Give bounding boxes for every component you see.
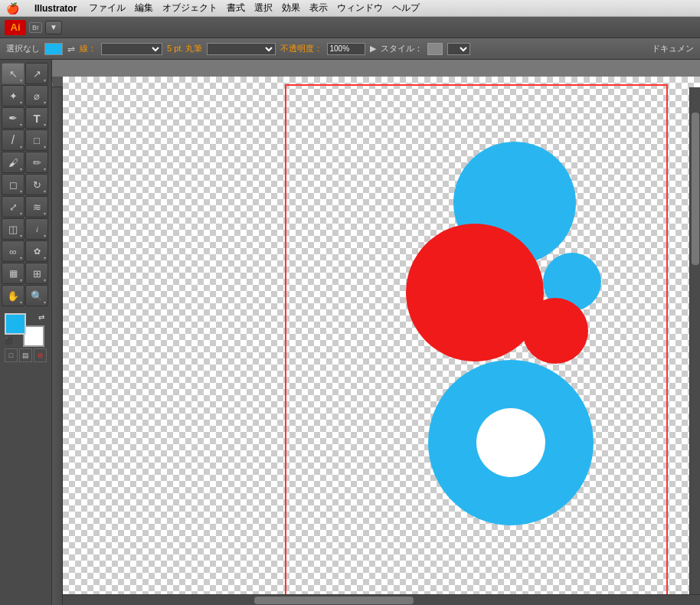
menu-file[interactable]: ファイル [89, 2, 126, 15]
none-mode-btn[interactable]: ⊘ [34, 348, 47, 362]
hand-icon: ✋ [7, 290, 19, 302]
artboard-tool[interactable]: ⊞ ▾ [25, 263, 48, 284]
menu-select[interactable]: 選択 [254, 2, 273, 15]
ai-logo: Ai [5, 20, 26, 35]
app-toolbar: Ai Br ▼ [0, 17, 700, 38]
big-red-circle [406, 224, 544, 361]
warp-icon: ≋ [33, 201, 41, 213]
rect-icon: □ [34, 135, 40, 146]
select-tool[interactable]: ↖ ▾ [2, 63, 25, 84]
opacity-label: 不透明度： [280, 43, 322, 54]
eyedropper-icon: 𝑖 [36, 224, 38, 234]
menubar: 🍎 Illustrator ファイル 編集 オブジェクト 書式 選択 効果 表示… [0, 0, 700, 17]
horizontal-scroll-thumb[interactable] [254, 597, 414, 604]
eraser-tool[interactable]: ◻ ▾ [2, 174, 25, 195]
gradient-icon: ◫ [8, 224, 18, 235]
menu-help[interactable]: ヘルプ [392, 2, 420, 15]
big-donut-inner-hole [476, 408, 545, 477]
main-area: ↖ ▾ ↗ ▾ ✦ ▾ ⌀ ▾ ✒ ▾ T [0, 60, 700, 605]
stroke-dropdown[interactable] [101, 43, 162, 55]
line-tool[interactable]: / ▾ [2, 129, 25, 151]
zoom-icon: 🔍 [31, 290, 43, 302]
br-badge[interactable]: Br [29, 22, 42, 33]
toolbox: ↖ ▾ ↗ ▾ ✦ ▾ ⌀ ▾ ✒ ▾ T [0, 60, 52, 605]
stroke-label: 線： [80, 43, 96, 54]
opacity-arrow-icon[interactable]: ▶ [370, 44, 376, 54]
magic-wand-tool[interactable]: ✦ ▾ [2, 85, 25, 106]
app-name: Illustrator [34, 3, 77, 14]
warp-tool[interactable]: ≋ ▾ [25, 196, 48, 217]
rotate-tool[interactable]: ↻ ▾ [25, 174, 48, 195]
fill-color-swatch[interactable] [44, 43, 63, 55]
eraser-icon: ◻ [9, 179, 18, 191]
vertical-ruler [52, 87, 63, 605]
small-red-right-circle [522, 298, 588, 364]
gradient-tool[interactable]: ◫ ▾ [2, 218, 25, 240]
gradient-mode-btn[interactable]: ▤ [19, 348, 32, 362]
select-tool-icon: ↖ [9, 68, 18, 80]
scale-tool[interactable]: ⤢ ▾ [2, 196, 25, 217]
select-label: 選択なし [6, 43, 40, 54]
doc-label: ドキュメン [652, 43, 694, 54]
pen-icon: ✒ [8, 112, 18, 124]
type-tool[interactable]: T ▾ [25, 107, 48, 129]
blend-tool[interactable]: ∞ ▾ [2, 240, 25, 262]
apple-menu[interactable]: 🍎 [6, 2, 19, 15]
magic-wand-icon: ✦ [9, 90, 18, 102]
style-dropdown[interactable] [447, 43, 470, 55]
style-label: スタイル： [381, 43, 423, 54]
pen-tool[interactable]: ✒ ▾ [2, 107, 25, 129]
pencil-icon: ✏ [33, 157, 41, 168]
menu-window[interactable]: ウィンドウ [337, 2, 383, 15]
color-area: ⇄ ⬛ □ ▤ ⊘ [2, 310, 50, 365]
symbol-tool[interactable]: ✿ ▾ [25, 240, 48, 262]
graph-tool[interactable]: ▦ ▾ [2, 263, 25, 284]
pencil-tool[interactable]: ✏ ▾ [25, 152, 48, 173]
reset-colors-icon[interactable]: ⬛ [5, 337, 14, 345]
options-bar: 選択なし ⇌ 線： 5 pt. 丸筆 不透明度： ▶ スタイル： ドキュメン [0, 38, 700, 60]
lasso-tool[interactable]: ⌀ ▾ [25, 85, 48, 106]
scale-icon: ⤢ [9, 201, 18, 213]
pen-dropdown[interactable] [207, 43, 276, 55]
vertical-scrollbar[interactable] [689, 87, 700, 594]
menu-view[interactable]: 表示 [309, 2, 328, 15]
opacity-input[interactable] [327, 43, 365, 55]
paintbrush-icon: 🖌 [8, 157, 18, 168]
eyedropper-tool[interactable]: 𝑖 ▾ [25, 218, 48, 240]
graph-icon: ▦ [9, 268, 18, 279]
direct-select-tool[interactable]: ↗ ▾ [25, 63, 48, 84]
artwork-svg [285, 84, 668, 605]
rect-tool[interactable]: □ ▾ [25, 129, 48, 151]
swap-colors-icon[interactable]: ⇄ [38, 313, 44, 322]
type-icon: T [33, 112, 40, 125]
menu-format[interactable]: 書式 [227, 2, 245, 15]
vertical-scroll-thumb[interactable] [692, 113, 699, 265]
symbol-icon: ✿ [34, 247, 41, 257]
horizontal-scrollbar[interactable] [63, 594, 700, 605]
color-mode-btn[interactable]: □ [5, 348, 18, 362]
background-color-swatch[interactable] [23, 325, 44, 347]
zoom-tool[interactable]: 🔍 ▾ [25, 285, 48, 306]
foreground-color-swatch[interactable] [5, 313, 26, 335]
menu-effect[interactable]: 効果 [282, 2, 300, 15]
canvas-area[interactable]: 100200300400500600700800 名称未設定-1* @ 84% … [52, 60, 700, 605]
workspace-btn[interactable]: ▼ [45, 21, 62, 34]
line-icon: / [11, 133, 15, 147]
paintbrush-tool[interactable]: 🖌 ▾ [2, 152, 25, 173]
hand-tool[interactable]: ✋ ▾ [2, 285, 25, 306]
style-swatch[interactable] [427, 43, 443, 55]
direct-select-icon: ↗ [33, 68, 41, 80]
lasso-icon: ⌀ [34, 90, 40, 102]
menu-edit[interactable]: 編集 [135, 2, 153, 15]
pen-label: 5 pt. 丸筆 [167, 43, 202, 54]
blend-icon: ∞ [9, 246, 16, 257]
menu-object[interactable]: オブジェクト [162, 2, 218, 15]
rotate-icon: ↻ [33, 179, 41, 191]
stroke-arrow-icon: ⇌ [67, 44, 75, 54]
document-canvas[interactable]: 名称未設定-1* @ 84% (CMYK/プレビュー) [63, 77, 700, 605]
artboard-icon: ⊞ [33, 268, 41, 280]
